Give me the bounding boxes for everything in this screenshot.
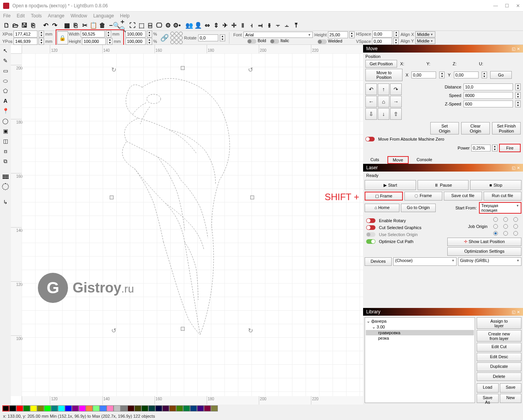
save-icon[interactable]: 🖫 (20, 21, 29, 30)
jog-ccw-icon[interactable]: ↶ (365, 83, 377, 95)
color-swatch[interactable] (197, 405, 204, 411)
cut-selected-toggle[interactable] (366, 225, 375, 230)
ellipse-tool[interactable]: ⬭ (1, 77, 10, 85)
tree-node-root[interactable]: ⌄ фанера (366, 318, 474, 324)
color-swatch[interactable] (44, 405, 51, 411)
fire-button[interactable]: Fire (499, 144, 521, 152)
rotate-spinner[interactable]: ▲▼ (220, 34, 225, 41)
machine-combo[interactable]: Gistroy (GRBL) (458, 257, 521, 266)
delete-button[interactable]: Delete (477, 372, 521, 381)
text-tool[interactable]: A (1, 97, 10, 105)
tab-cuts[interactable]: Cuts (365, 156, 384, 164)
color-swatch[interactable] (100, 405, 107, 411)
close-panel-icon[interactable]: ✕ (517, 166, 520, 170)
redo-icon[interactable]: ↷ (50, 21, 59, 30)
rotate-handle[interactable]: ↻ (248, 327, 253, 334)
artwork-eagle[interactable] (111, 64, 250, 358)
show-last-position-button[interactable]: ✛ Show Last Position (447, 238, 521, 246)
vspace-input[interactable] (372, 38, 392, 45)
zspeed-spinner[interactable]: ▲▼ (515, 100, 521, 107)
minimize-button[interactable]: — (493, 3, 498, 9)
create-new-from-layer-button[interactable]: Create new from layer (477, 330, 521, 342)
devices-button[interactable]: Devices (365, 257, 392, 266)
color-swatch[interactable] (162, 405, 169, 411)
move-to-position-button[interactable]: Move to Position (365, 69, 402, 81)
jog-up-icon[interactable]: ↑ (378, 83, 389, 95)
lock-aspect-icon[interactable]: 🔒 (57, 31, 68, 44)
align-top-icon[interactable]: ⫟ (274, 21, 282, 30)
scale-lock-icon[interactable]: 🔗 (160, 34, 169, 42)
marker-tool[interactable]: 📍 (1, 107, 10, 115)
rotate-handle[interactable]: ↺ (248, 66, 253, 73)
color-swatch[interactable] (37, 405, 44, 411)
speed-spinner[interactable]: ▲▼ (515, 92, 521, 99)
edit-cut-button[interactable]: Edit Cut (477, 343, 521, 352)
run-cut-button[interactable]: Run cut file (484, 192, 522, 201)
weld-tool[interactable]: ⧉ (1, 157, 10, 165)
pause-button[interactable]: ⏸ Pause (418, 180, 469, 190)
ypos-spinner[interactable]: ▲▼ (39, 38, 44, 45)
height-spinner[interactable]: ▲▼ (107, 38, 112, 45)
color-swatch[interactable] (72, 405, 79, 411)
close-panel-icon[interactable]: ✕ (517, 47, 520, 51)
clear-origin-button[interactable]: Clear Origin (461, 122, 490, 134)
assign-to-layer-button[interactable]: Assign to layer (477, 317, 521, 329)
edit-desc-button[interactable]: Edit Desc (477, 353, 521, 362)
resize-handle-top[interactable] (181, 66, 185, 70)
go-button[interactable]: Go (490, 71, 512, 79)
save-cut-button[interactable]: Save cut file (444, 192, 482, 201)
polygon-tool[interactable]: ⬠ (1, 87, 10, 95)
set-finish-button[interactable]: Set Finish Position (492, 122, 521, 134)
settings-icon[interactable]: ⚙ (164, 21, 172, 30)
menu-edit[interactable]: Edit (17, 13, 25, 19)
hspace-input[interactable] (372, 31, 392, 37)
zoom-fit-icon[interactable]: ⛶ (128, 21, 137, 30)
home-button[interactable]: ⌂ Home (365, 204, 399, 212)
distance-input[interactable] (464, 83, 513, 90)
distance-spinner[interactable]: ▲▼ (515, 83, 521, 90)
optimization-settings-button[interactable]: Optimization Settings (447, 247, 521, 256)
xpos-spinner[interactable]: ▲▼ (39, 31, 44, 37)
aligny-combo[interactable]: Middle (415, 38, 435, 44)
jog-right-icon[interactable]: → (390, 96, 402, 107)
pen-tool[interactable]: ✎ (1, 56, 10, 65)
menu-tools[interactable]: Tools (31, 13, 42, 19)
color-swatch[interactable] (79, 405, 86, 411)
align-center-icon[interactable]: ✛ (229, 21, 238, 30)
color-swatch[interactable] (107, 405, 114, 411)
node-edit-tool[interactable]: ▣ (1, 127, 10, 135)
jog-left-icon[interactable]: ← (365, 96, 377, 107)
align-bottom-icon[interactable]: ⫠ (283, 21, 291, 30)
maximize-button[interactable]: ☐ (505, 3, 509, 9)
tree-leaf-cut[interactable]: резка (366, 335, 474, 341)
jog-zdown-icon[interactable]: ⇩ (365, 108, 377, 120)
start-button[interactable]: ▶ Start (365, 180, 416, 190)
tab-console[interactable]: Console (412, 156, 437, 164)
mirror-v-icon[interactable]: ⇕ (212, 21, 220, 30)
resize-handle-right[interactable] (250, 196, 254, 199)
ungroup-icon[interactable]: 👤 (194, 21, 202, 30)
menu-language[interactable]: Language (93, 13, 114, 19)
color-swatch[interactable] (176, 405, 183, 411)
canvas[interactable]: 120140160180200220 200180160140120100 12… (11, 45, 363, 405)
color-swatch[interactable] (51, 405, 58, 411)
color-swatch[interactable] (148, 405, 155, 411)
speed-input[interactable] (464, 92, 513, 99)
circle-tool[interactable]: ◯ (1, 117, 10, 125)
select-tool[interactable]: ↖ (1, 46, 10, 55)
rotate-handle[interactable]: ↻ (111, 66, 116, 73)
ypos-input[interactable] (14, 38, 37, 45)
frame-square-button[interactable]: ▢ Frame (365, 192, 403, 201)
align-left-icon[interactable]: ⫞ (247, 21, 256, 30)
optimize-cut-toggle[interactable] (366, 239, 375, 244)
select-all-icon[interactable]: ▦ (63, 21, 71, 30)
get-position-button[interactable]: Get Position (365, 60, 397, 68)
close-panel-icon[interactable]: ✕ (517, 310, 520, 314)
laser-panel-header[interactable]: Laser ◱✕ (363, 164, 523, 172)
cut-icon[interactable]: ✂ (80, 21, 89, 30)
hspace-spinner[interactable]: ▲▼ (394, 31, 399, 37)
save-as-button[interactable]: Save As (477, 394, 499, 403)
click-position-tool[interactable]: ↳ (1, 198, 10, 206)
color-swatch[interactable] (65, 405, 72, 411)
boolean-tool[interactable]: ⧈ (1, 147, 10, 155)
